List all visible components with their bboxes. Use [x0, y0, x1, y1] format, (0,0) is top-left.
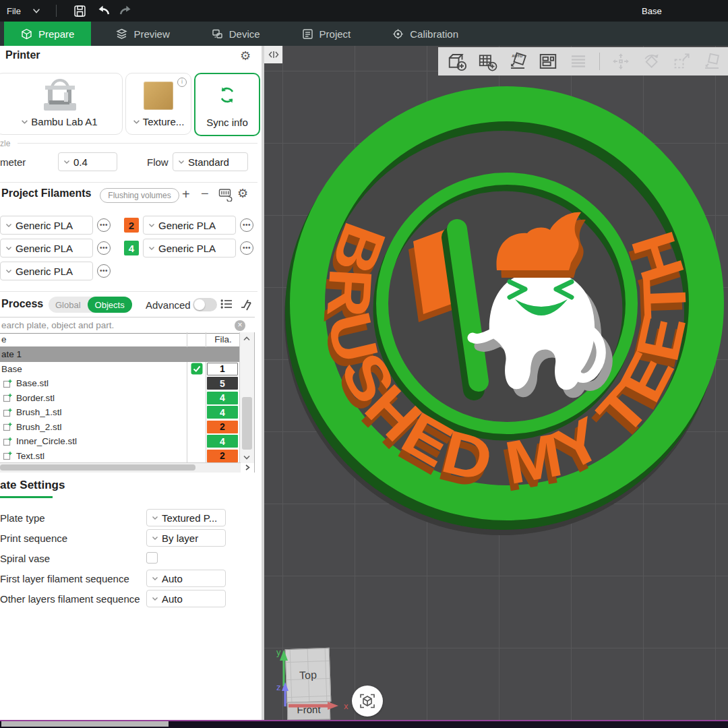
nozzle-diameter-select[interactable]: 0.4	[58, 152, 117, 171]
setting-select-first-layer-filament-sequence[interactable]: Auto	[146, 570, 226, 587]
sync-info-label: Sync info	[206, 117, 248, 128]
ams-sync-icon[interactable]	[218, 188, 233, 204]
filament-column-header: Fila.	[206, 334, 241, 344]
filament-settings-gear-icon[interactable]: ⚙	[237, 187, 248, 200]
tab-label: Calibration	[410, 28, 458, 40]
object-row-border-stl[interactable]: Border.stl4	[0, 391, 254, 406]
file-menu-chevron-icon[interactable]	[32, 6, 41, 16]
tune-filter-icon[interactable]	[239, 297, 252, 313]
collapse-panel-button[interactable]	[264, 46, 282, 63]
plate-select-chevron-icon[interactable]	[133, 119, 140, 125]
filament-number-badge[interactable]: 1	[207, 363, 238, 375]
orientation-cube-front-face[interactable]: Front	[287, 701, 330, 720]
scrollbar-thumb[interactable]	[242, 397, 252, 450]
filament-number-badge[interactable]: 2	[207, 421, 238, 433]
orientation-cube-top-face[interactable]: Top	[285, 648, 332, 703]
setting-select-other-layers-filament-sequence[interactable]: Auto	[146, 590, 226, 607]
filament-select[interactable]: Generic PLA	[143, 216, 236, 235]
tab-calibration[interactable]: Calibration	[375, 22, 475, 46]
add-object-icon[interactable]	[445, 50, 469, 73]
save-button[interactable]	[69, 2, 92, 20]
object-list: e Fila. ate 1Base1Base.stl5Border.stl4Br…	[0, 332, 255, 473]
object-row-text-stl[interactable]: Text.stl2	[0, 449, 254, 464]
object-row-inner-circle-stl[interactable]: Inner_Circle.stl4	[0, 434, 254, 449]
filament-options-icon[interactable]: •••	[97, 218, 111, 232]
object-list-horizontal-scrollbar[interactable]	[0, 462, 241, 473]
setting-label: First layer filament sequence	[0, 572, 142, 585]
flow-select[interactable]: Standard	[173, 152, 248, 171]
setting-select-print-sequence[interactable]: By layer	[146, 529, 226, 547]
setting-select-plate-type[interactable]: Textured P...	[146, 509, 226, 526]
process-global-option[interactable]: Global	[49, 300, 88, 310]
object-name: Base	[1, 364, 22, 374]
model-brushed-my-teeth-badge[interactable]: BRUSHED MY TEETH BRUSHED MY TEETH	[264, 46, 728, 721]
printable-checkbox[interactable]	[191, 363, 203, 377]
filament-select[interactable]: Generic PLA	[0, 216, 93, 235]
advanced-toggle[interactable]	[193, 298, 217, 311]
remove-filament-button[interactable]: −	[201, 187, 209, 200]
filament-select[interactable]: Generic PLA	[0, 262, 93, 280]
scroll-right-icon[interactable]	[244, 464, 251, 471]
object-name: Base.stl	[16, 378, 49, 388]
filament-number-badge[interactable]: 4	[207, 435, 238, 448]
auto-orient-icon[interactable]: AUTO	[506, 50, 530, 73]
clear-search-icon[interactable]: ×	[235, 320, 245, 331]
toolbar-separator	[599, 53, 600, 70]
filament-options-icon[interactable]: •••	[240, 218, 253, 232]
scale-icon	[669, 50, 694, 73]
object-row-base[interactable]: Base1	[0, 362, 254, 377]
nozzle-fieldset-line	[18, 143, 257, 144]
add-plate-icon[interactable]	[475, 50, 499, 73]
filament-name: Generic PLA	[16, 220, 73, 231]
object-name: Brush_1.stl	[16, 407, 62, 417]
search-input[interactable]	[0, 320, 235, 330]
arrange-icon[interactable]	[536, 50, 560, 73]
filament-number-badge[interactable]: 5	[207, 377, 238, 390]
filament-number-badge[interactable]: 2	[207, 450, 238, 462]
plate-name[interactable]: Texture...	[143, 116, 185, 127]
tab-prepare[interactable]: Prepare	[4, 22, 91, 46]
redo-button[interactable]	[115, 2, 138, 20]
scrollbar-thumb[interactable]	[0, 464, 195, 471]
object-row-base-stl[interactable]: Base.stl5	[0, 376, 254, 391]
printer-card[interactable]: Bambu Lab A1	[0, 73, 123, 135]
tab-device[interactable]: Device	[195, 22, 277, 46]
add-filament-button[interactable]: +	[182, 187, 190, 201]
filament-number-badge[interactable]: 4	[207, 406, 238, 419]
project-icon	[302, 28, 313, 40]
process-scope-toggle[interactable]: Global Objects	[49, 297, 132, 313]
printer-select-chevron-icon[interactable]	[21, 119, 28, 125]
object-row-plate[interactable]: ate 1	[0, 347, 241, 362]
filament-options-icon[interactable]: •••	[97, 241, 111, 255]
filament-number-badge[interactable]: 4	[207, 392, 238, 404]
object-row-brush-2-stl[interactable]: Brush_2.stl2	[0, 420, 254, 435]
filament-options-icon[interactable]: •••	[97, 264, 111, 278]
section-divider	[0, 291, 257, 292]
reset-view-button[interactable]	[352, 686, 383, 717]
chevron-down-icon	[5, 222, 12, 228]
filament-index-badge: 4	[124, 241, 139, 255]
filament-select[interactable]: Generic PLA	[0, 239, 93, 257]
filament-select[interactable]: Generic PLA	[143, 239, 236, 257]
sync-info-button[interactable]: Sync info	[194, 73, 260, 136]
object-list-vertical-scrollbar[interactable]	[239, 332, 254, 463]
plate-settings-title: ate Settings	[0, 479, 65, 492]
tab-project[interactable]: Project	[285, 22, 368, 46]
flushing-volumes-button[interactable]: Flushing volumes	[100, 188, 179, 203]
file-menu[interactable]: File	[7, 6, 21, 16]
object-row-brush-1-stl[interactable]: Brush_1.stl4	[0, 405, 254, 420]
printer-name[interactable]: Bambu Lab A1	[31, 116, 97, 127]
filament-name: Generic PLA	[16, 266, 73, 277]
info-icon[interactable]: i	[177, 78, 187, 87]
process-objects-option[interactable]: Objects	[88, 297, 132, 313]
undo-button[interactable]	[92, 2, 115, 20]
flow-value: Standard	[188, 156, 229, 168]
tab-preview[interactable]: Preview	[99, 22, 186, 46]
list-view-icon[interactable]	[220, 297, 233, 313]
process-section-title: Process	[1, 298, 43, 310]
spiral-vase-checkbox[interactable]	[146, 552, 158, 564]
filament-name: Generic PLA	[158, 220, 216, 231]
filament-options-icon[interactable]: •••	[240, 241, 253, 255]
printer-settings-gear-icon[interactable]: ⚙	[240, 50, 251, 62]
build-plate-card[interactable]: i Texture...	[125, 73, 191, 135]
